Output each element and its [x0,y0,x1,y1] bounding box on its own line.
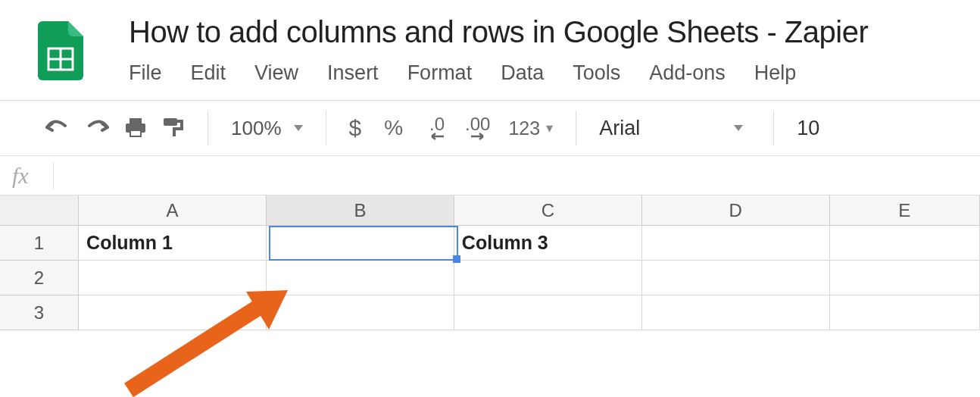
cell-c1[interactable]: Column 3 [454,226,642,261]
font-select[interactable]: Arial [599,117,751,140]
row-header-2[interactable]: 2 [0,261,79,295]
undo-button[interactable] [45,113,70,143]
decrease-decimal-button[interactable]: .0 [429,113,445,143]
zoom-value: 100% [231,117,282,140]
font-size-input[interactable]: 10 [797,117,819,140]
increase-decimal-button[interactable]: .00 [465,113,490,143]
cell-c2[interactable] [454,261,642,295]
chevron-down-icon: ▾ [546,120,553,136]
document-title[interactable]: How to add columns and rows in Google Sh… [129,15,868,49]
svg-rect-3 [130,118,142,123]
menu-file[interactable]: File [129,61,162,85]
menu-view[interactable]: View [254,61,298,85]
row-header-3[interactable]: 3 [0,295,79,330]
formula-bar: fx [0,156,980,195]
column-header-d[interactable]: D [642,195,830,225]
cell-a3[interactable] [79,295,267,330]
svg-rect-7 [164,118,177,126]
cell-e2[interactable] [830,261,980,295]
print-button[interactable] [124,113,147,143]
cell-d2[interactable] [642,261,830,295]
chevron-down-icon [734,125,743,131]
cell-b3[interactable] [267,295,454,330]
menu-tools[interactable]: Tools [573,61,620,85]
cell-b1[interactable] [267,226,454,261]
cell-e3[interactable] [830,295,980,330]
sheets-icon[interactable] [38,21,83,80]
cell-c3[interactable] [454,295,642,330]
cell-b2[interactable] [267,261,454,295]
menu-edit[interactable]: Edit [191,61,226,85]
formula-input[interactable] [61,166,980,186]
select-all-corner[interactable] [0,195,79,225]
toolbar: 100% $ % .0 .00 123 ▾ Arial 10 [0,100,980,156]
cell-e1[interactable] [830,226,980,261]
menu-addons[interactable]: Add-ons [649,61,726,85]
zoom-select[interactable]: 100% [231,117,303,140]
paint-format-button[interactable] [162,113,185,143]
row-header-1[interactable]: 1 [0,226,79,261]
spreadsheet-grid: A B C D E 1 Column 1 Column 3 2 3 [0,195,980,330]
column-header-a[interactable]: A [79,195,267,225]
currency-button[interactable]: $ [349,113,362,143]
column-header-b[interactable]: B [267,195,454,225]
menu-insert[interactable]: Insert [327,61,379,85]
cell-a2[interactable] [79,261,267,295]
menu-help[interactable]: Help [754,61,797,85]
cell-a1[interactable]: Column 1 [79,226,267,261]
percent-button[interactable]: % [384,113,403,143]
fx-icon: fx [12,163,53,189]
cell-d1[interactable] [642,226,830,261]
chevron-down-icon [294,125,303,131]
column-header-c[interactable]: C [454,195,642,225]
menu-bar: File Edit View Insert Format Data Tools … [129,61,868,85]
redo-button[interactable] [85,113,109,143]
menu-format[interactable]: Format [407,61,473,85]
cell-d3[interactable] [642,295,830,330]
svg-rect-6 [131,131,140,136]
number-format-button[interactable]: 123 ▾ [508,113,553,143]
column-header-e[interactable]: E [830,195,980,225]
menu-data[interactable]: Data [501,61,544,85]
